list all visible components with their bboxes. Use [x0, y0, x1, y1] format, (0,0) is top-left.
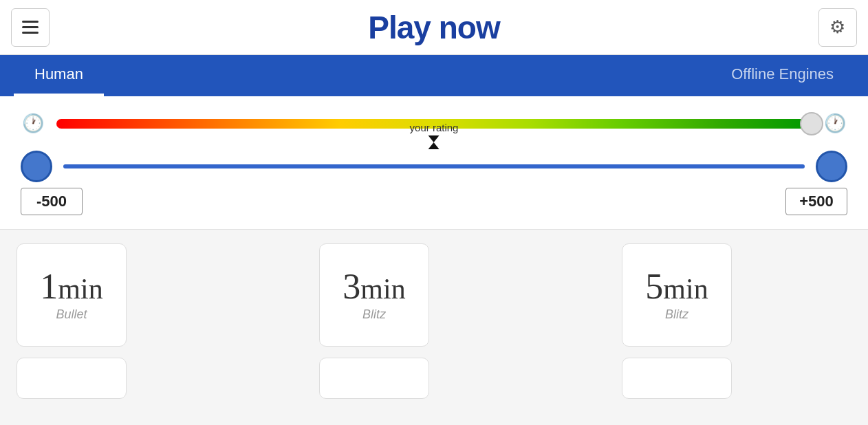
partial-card-3[interactable]	[622, 358, 732, 399]
partial-cards-row	[17, 358, 851, 399]
menu-line-3	[22, 32, 39, 34]
menu-button[interactable]	[11, 8, 50, 47]
game-card-5min[interactable]: 5min Blitz	[622, 243, 732, 347]
range-min-value: -500	[21, 188, 83, 215]
timer-left-icon: 🕐	[21, 113, 45, 134]
card-time-5min: 5min	[645, 269, 708, 305]
settings-icon: ⚙	[829, 17, 845, 38]
card-type-blitz-3: Blitz	[362, 307, 386, 322]
tab-human[interactable]: Human	[14, 55, 104, 96]
rating-section: 🕐 🕐 your rating -500 +500	[0, 96, 868, 230]
color-thumb[interactable]	[800, 112, 823, 135]
slider-thumb-left[interactable]	[21, 151, 52, 182]
page-title: Play now	[368, 9, 499, 46]
tab-human-label: Human	[34, 65, 83, 83]
game-cards-row: 1min Bullet 3min Blitz 5min Blitz	[17, 243, 851, 347]
range-slider-track[interactable]	[63, 164, 805, 168]
game-card-1min[interactable]: 1min Bullet	[17, 243, 127, 347]
card-time-3min: 3min	[343, 269, 405, 305]
cards-section: 1min Bullet 3min Blitz 5min Blitz	[0, 230, 868, 417]
tab-offline-engines[interactable]: Offline Engines	[710, 55, 854, 96]
card-type-bullet: Bullet	[56, 307, 87, 322]
slider-thumb-right[interactable]	[816, 151, 847, 182]
menu-line-1	[22, 21, 39, 23]
range-values: -500 +500	[21, 188, 847, 215]
card-number-1: 1	[40, 267, 58, 306]
card-type-blitz-5: Blitz	[665, 307, 688, 322]
card-number-5: 5	[645, 267, 663, 306]
timer-right-icon: 🕐	[823, 113, 847, 134]
card-time-1min: 1min	[40, 269, 102, 305]
tabs-bar: Human Offline Engines	[0, 55, 868, 96]
menu-line-2	[22, 26, 39, 28]
partial-card-2[interactable]	[319, 358, 429, 399]
card-number-3: 3	[343, 267, 360, 306]
partial-card-1[interactable]	[17, 358, 127, 399]
arrow-up-icon	[428, 142, 440, 149]
game-card-3min[interactable]: 3min Blitz	[319, 243, 429, 347]
range-max-value: +500	[785, 188, 847, 215]
your-rating-indicator: your rating	[410, 122, 459, 149]
tab-offline-label: Offline Engines	[731, 65, 834, 83]
settings-button[interactable]: ⚙	[818, 8, 857, 47]
app-header: Play now ⚙	[0, 0, 868, 55]
arrow-down-icon	[428, 135, 440, 142]
your-rating-label: your rating	[410, 122, 459, 133]
